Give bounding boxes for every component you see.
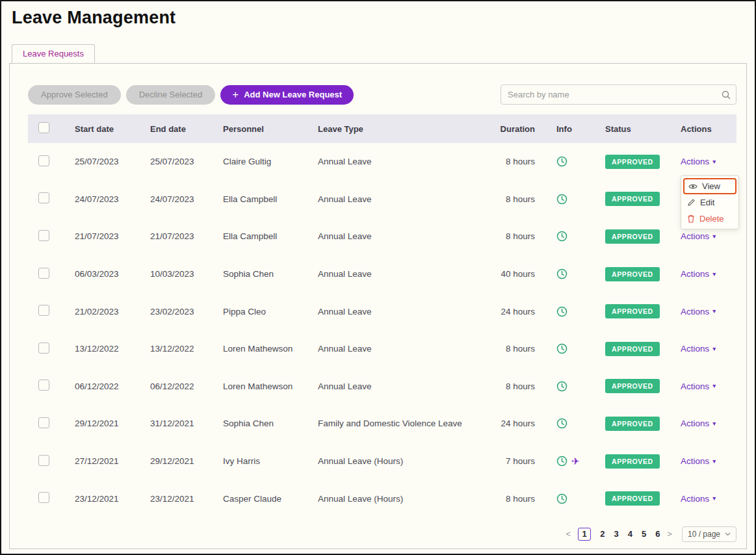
table-row: 24/07/2023 24/07/2023 Ella Campbell Annu… [28, 181, 736, 218]
pencil-icon [687, 198, 696, 207]
approve-selected-button[interactable]: Approve Selected [28, 85, 121, 105]
tab-leave-requests[interactable]: Leave Requests [12, 44, 95, 63]
actions-label: Actions [681, 307, 709, 316]
row-checkbox[interactable] [38, 192, 49, 203]
row-checkbox-cell [28, 492, 75, 505]
actions-cell: Actions ▾ [681, 456, 738, 466]
prev-page-button[interactable]: < [566, 529, 572, 539]
select-all-checkbox[interactable] [38, 122, 49, 133]
row-checkbox[interactable] [38, 155, 49, 166]
decline-selected-button[interactable]: Decline Selected [126, 85, 216, 105]
table-row: 25/07/2023 25/07/2023 Claire Gultig Annu… [28, 143, 736, 181]
menu-item-edit[interactable]: Edit [683, 194, 736, 211]
actions-label: Actions [681, 419, 709, 428]
actions-cell: Actions ▾ [681, 381, 738, 391]
row-checkbox[interactable] [38, 380, 49, 391]
status-badge: APPROVED [605, 491, 660, 506]
table-row: 13/12/2022 13/12/2022 Loren Mathewson An… [28, 330, 736, 368]
page-number-5[interactable]: 5 [642, 529, 646, 539]
row-checkbox[interactable] [38, 305, 49, 316]
info-cell [535, 343, 605, 354]
leave-type-cell: Annual Leave [318, 307, 499, 316]
leave-type-cell: Annual Leave [318, 344, 499, 354]
page-number-1[interactable]: 1 [578, 528, 591, 541]
clock-icon [556, 306, 567, 317]
row-checkbox[interactable] [38, 417, 49, 428]
actions-cell: Actions ▾ [681, 269, 738, 279]
info-cell [535, 156, 605, 167]
add-new-leave-request-button[interactable]: + Add New Leave Request [220, 85, 354, 105]
chevron-down-icon [725, 532, 731, 536]
menu-item-view[interactable]: View [683, 178, 736, 194]
page-title: Leave Management [12, 6, 755, 29]
clock-icon [556, 418, 567, 429]
row-checkbox-cell [28, 455, 75, 468]
actions-button[interactable]: Actions ▾ [681, 381, 716, 391]
header-info: Info [535, 124, 605, 134]
row-checkbox[interactable] [38, 342, 49, 354]
page-size-value: 10 / page [688, 530, 720, 539]
actions-button[interactable]: Actions ▾ [681, 419, 716, 428]
duration-cell: 8 hours [499, 494, 535, 504]
status-badge: APPROVED [605, 192, 660, 206]
page-number-4[interactable]: 4 [628, 529, 632, 539]
search-input[interactable] [501, 84, 736, 105]
start-date-cell: 13/12/2022 [75, 344, 150, 354]
row-checkbox[interactable] [38, 230, 49, 241]
actions-button[interactable]: Actions ▾ [681, 456, 716, 466]
page-number-6[interactable]: 6 [655, 529, 660, 539]
end-date-cell: 24/07/2023 [150, 194, 223, 204]
page-number-3[interactable]: 3 [614, 529, 618, 539]
actions-button[interactable]: Actions ▾ [681, 157, 716, 166]
status-badge: APPROVED [605, 304, 660, 318]
next-page-button[interactable]: > [666, 529, 673, 539]
status-cell: APPROVED [605, 491, 681, 506]
caret-down-icon: ▾ [712, 159, 716, 165]
actions-button[interactable]: Actions ▾ [681, 231, 716, 241]
row-checkbox-cell [28, 230, 75, 243]
clock-icon [556, 343, 567, 354]
page-number-2[interactable]: 2 [600, 529, 605, 539]
duration-cell: 8 hours [499, 194, 535, 204]
personnel-cell: Ella Campbell [223, 194, 318, 204]
leave-type-cell: Annual Leave [318, 269, 499, 279]
status-cell: APPROVED [605, 229, 681, 244]
personnel-cell: Sophia Chen [223, 419, 318, 428]
row-checkbox-cell [28, 192, 75, 205]
actions-button[interactable]: Actions ▾ [681, 307, 716, 316]
menu-item-delete[interactable]: Delete [683, 211, 736, 227]
row-checkbox[interactable] [38, 455, 49, 466]
duration-cell: 8 hours [499, 381, 535, 391]
actions-cell: Actions ▾ [681, 419, 738, 428]
header-leave-type: Leave Type [318, 124, 499, 134]
personnel-cell: Ivy Harris [223, 456, 318, 466]
actions-button[interactable]: Actions ▾ [681, 494, 716, 504]
leave-type-cell: Annual Leave [318, 381, 499, 391]
status-cell: APPROVED [605, 304, 681, 318]
header-duration: Duration [499, 124, 535, 134]
info-cell [535, 194, 605, 205]
page-size-select[interactable]: 10 / page [682, 526, 736, 542]
caret-down-icon: ▾ [712, 420, 716, 427]
actions-button[interactable]: Actions ▾ [681, 269, 716, 279]
actions-label: Actions [681, 157, 709, 166]
clock-icon [556, 456, 567, 467]
info-cell [535, 418, 605, 429]
actions-button[interactable]: Actions ▾ [681, 344, 716, 354]
row-checkbox-cell [28, 305, 75, 318]
actions-label: Actions [681, 456, 709, 466]
clock-icon [556, 231, 567, 242]
header-end-date: End date [150, 124, 223, 134]
leave-requests-table: Start date End date Personnel Leave Type… [28, 114, 736, 517]
row-checkbox[interactable] [38, 268, 49, 279]
row-checkbox[interactable] [38, 492, 49, 503]
info-cell [535, 493, 605, 504]
end-date-cell: 13/12/2022 [150, 344, 223, 354]
trash-icon [687, 214, 695, 223]
actions-label: Actions [681, 494, 709, 504]
caret-down-icon: ▾ [712, 271, 716, 278]
leave-type-cell: Annual Leave [318, 157, 499, 166]
tab-bar: Leave Requests [12, 44, 755, 63]
row-checkbox-cell [28, 380, 75, 393]
start-date-cell: 29/12/2021 [75, 419, 150, 428]
